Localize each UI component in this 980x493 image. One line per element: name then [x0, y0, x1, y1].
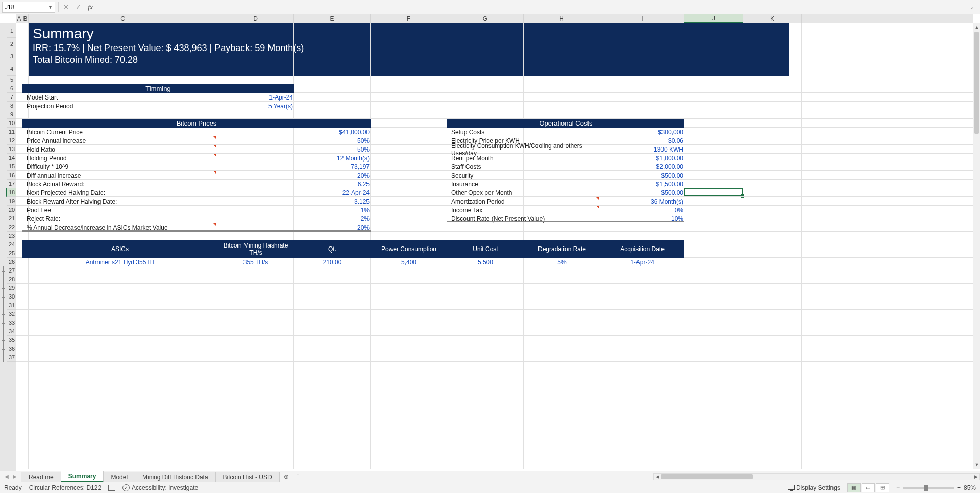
column-header-F[interactable]: F	[371, 14, 447, 23]
asics-hashrate[interactable]: 355 TH/s	[217, 258, 294, 266]
opcost-value[interactable]: $500.00	[600, 188, 684, 197]
row-header-4[interactable]: 4	[7, 62, 16, 76]
row-header-34[interactable]: 34	[7, 327, 16, 336]
bitcoin-value[interactable]: 20%	[294, 171, 371, 180]
scroll-down-icon[interactable]: ▼	[973, 461, 980, 469]
row-header-21[interactable]: 21	[7, 214, 16, 223]
scroll-thumb[interactable]	[974, 32, 979, 134]
row-header-35[interactable]: 35	[7, 336, 16, 344]
page-break-view-button[interactable]: ⊞	[876, 483, 889, 492]
column-header-I[interactable]: I	[600, 14, 684, 23]
tab-menu-icon[interactable]: ⋮	[293, 473, 303, 480]
tab-bitcoin-hist---usd[interactable]: Bitcoin Hist - USD	[216, 472, 280, 482]
comment-indicator-icon[interactable]	[213, 223, 216, 226]
bitcoin-label[interactable]: Hold Ratio	[26, 145, 282, 154]
row-header-19[interactable]: 19	[7, 197, 16, 206]
bitcoin-label[interactable]: Next Projected Halving Date:	[26, 188, 282, 197]
column-header-D[interactable]: D	[217, 14, 294, 23]
bitcoin-value[interactable]: 12 Month(s)	[294, 154, 371, 162]
bitcoin-label[interactable]: Block Reward After Halving Date:	[26, 197, 282, 206]
opcost-value[interactable]: $500.00	[600, 171, 684, 180]
bitcoin-value[interactable]: 1%	[294, 206, 371, 214]
opcost-value[interactable]: $1,000.00	[600, 154, 684, 162]
zoom-level[interactable]: 85%	[964, 484, 976, 491]
enter-icon[interactable]: ✓	[72, 2, 84, 13]
row-header-2[interactable]: 2	[7, 38, 16, 50]
scroll-up-icon[interactable]: ▲	[973, 23, 980, 31]
row-header-31[interactable]: 31	[7, 301, 16, 310]
row-header-27[interactable]: 27	[7, 266, 16, 275]
bitcoin-label[interactable]: Difficulty * 10^9	[26, 162, 282, 171]
accessibility-status[interactable]: ✓ Accessibility: Investigate	[122, 484, 198, 491]
row-header-15[interactable]: 15	[7, 162, 16, 171]
chevron-down-icon[interactable]: ▼	[48, 5, 53, 10]
expand-formula-bar-icon[interactable]: ⌄	[967, 2, 977, 12]
row-header-17[interactable]: 17	[7, 180, 16, 188]
bitcoin-value[interactable]: 73,197	[294, 162, 371, 171]
row-header-26[interactable]: 26	[7, 258, 16, 266]
opcost-value[interactable]: $0.06	[600, 136, 684, 145]
row-header-13[interactable]: 13	[7, 145, 16, 154]
row-header-32[interactable]: 32	[7, 310, 16, 318]
row-header-14[interactable]: 14	[7, 154, 16, 162]
asics-qt[interactable]: 210.00	[294, 258, 371, 266]
row-header-25[interactable]: 25	[7, 249, 16, 258]
bitcoin-label[interactable]: Bitcoin Current Price	[26, 128, 282, 136]
column-header-C[interactable]: C	[29, 14, 217, 23]
bitcoin-label[interactable]: Pool Fee	[26, 206, 282, 214]
opcost-label[interactable]: Rent per Month	[450, 154, 603, 162]
row-header-5[interactable]: 5	[7, 76, 16, 84]
row-header-20[interactable]: 20	[7, 206, 16, 214]
row-header-11[interactable]: 11	[7, 128, 16, 136]
row-header-3[interactable]: 3	[7, 50, 16, 62]
opcost-label[interactable]: Insurance	[450, 180, 603, 188]
row-header-23[interactable]: 23	[7, 232, 16, 240]
zoom-slider[interactable]	[903, 487, 954, 489]
opcost-value[interactable]: 36 Month(s)	[600, 197, 684, 206]
opcost-value[interactable]: $300,000	[600, 128, 684, 136]
comment-indicator-icon[interactable]	[213, 154, 216, 157]
row-header-12[interactable]: 12	[7, 136, 16, 145]
bitcoin-value[interactable]: $41,000.00	[294, 128, 371, 136]
display-settings[interactable]: Display Settings	[788, 484, 840, 491]
asics-cost[interactable]: 5,500	[447, 258, 524, 266]
scroll-right-icon[interactable]: ▶	[972, 473, 979, 480]
new-sheet-button[interactable]: ⊕	[280, 473, 293, 480]
normal-view-button[interactable]: ▦	[847, 483, 861, 492]
opcost-value[interactable]: 1300 KWH	[600, 145, 684, 154]
fill-handle[interactable]	[741, 194, 744, 198]
bitcoin-label[interactable]: Reject Rate:	[26, 214, 282, 223]
tab-next-icon[interactable]: ▶	[11, 473, 18, 480]
scroll-left-icon[interactable]: ◀	[654, 473, 661, 480]
row-header-24[interactable]: 24	[7, 240, 16, 249]
bitcoin-value[interactable]: 6.25	[294, 180, 371, 188]
row-header-18[interactable]: 18	[6, 188, 16, 197]
page-layout-view-button[interactable]: ▭	[862, 483, 875, 492]
bitcoin-value[interactable]: 2%	[294, 214, 371, 223]
row-header-22[interactable]: 22	[7, 223, 16, 232]
row-header-16[interactable]: 16	[7, 171, 16, 180]
hscroll-thumb[interactable]	[661, 474, 753, 479]
column-header-B[interactable]: B	[22, 14, 29, 23]
row-header-1[interactable]: 1	[7, 23, 16, 38]
comment-indicator-icon[interactable]	[213, 145, 216, 148]
column-header-K[interactable]: K	[743, 14, 802, 23]
comment-indicator-icon[interactable]	[213, 136, 216, 139]
row-header-9[interactable]: 9	[7, 110, 16, 119]
asics-degr[interactable]: 5%	[524, 258, 600, 266]
asics-power[interactable]: 5,400	[371, 258, 447, 266]
tab-summary[interactable]: Summary	[61, 471, 104, 482]
tab-model[interactable]: Model	[104, 472, 135, 482]
opcost-label[interactable]: Amortization Period	[450, 197, 603, 206]
bitcoin-value[interactable]: 50%	[294, 136, 371, 145]
row-header-28[interactable]: 28	[7, 275, 16, 284]
tab-read-me[interactable]: Read me	[21, 472, 61, 482]
row-header-6[interactable]: 6	[7, 84, 16, 93]
opcost-value[interactable]: $1,500.00	[600, 180, 684, 188]
bitcoin-value[interactable]: 50%	[294, 145, 371, 154]
comment-indicator-icon[interactable]	[596, 206, 599, 209]
row-header-10[interactable]: 10	[7, 119, 16, 128]
tab-prev-icon[interactable]: ◀	[3, 473, 10, 480]
column-header-H[interactable]: H	[524, 14, 600, 23]
zoom-out-button[interactable]: −	[896, 484, 900, 491]
